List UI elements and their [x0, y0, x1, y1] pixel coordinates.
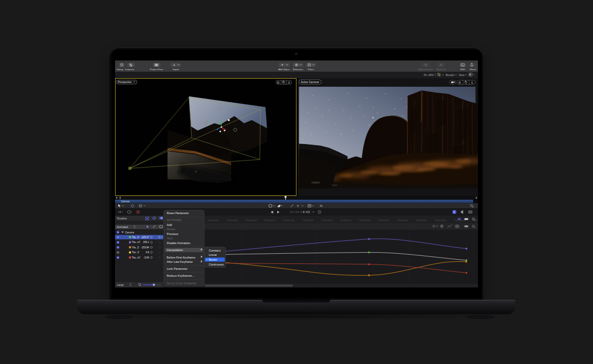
- svg-text:Before First Keyframe: Before First Keyframe: [167, 256, 196, 259]
- svg-text:-3.54: -3.54: [143, 256, 149, 259]
- svg-text:Fit: 44%: Fit: 44%: [424, 73, 434, 77]
- svg-text:00:00:02;45: 00:00:02;45: [379, 219, 390, 222]
- svg-text:Render: Render: [446, 73, 455, 77]
- svg-text:Tra...X: Tra...X: [132, 251, 139, 254]
- svg-text:Camera: Camera: [125, 231, 134, 234]
- svg-text:00:00:03;00: 00:00:03;00: [398, 219, 408, 222]
- svg-text:00:00:00;45: 00:00:00;45: [228, 219, 238, 222]
- svg-text:00:00:02;15: 00:00:02;15: [341, 219, 352, 222]
- svg-text:KEYFRAMES: KEYFRAMES: [167, 219, 182, 222]
- svg-text:Tra...X: Tra...X: [132, 236, 139, 239]
- svg-text:Tra...nY: Tra...nY: [132, 256, 141, 259]
- svg-text:After Last Keyframe: After Last Keyframe: [167, 260, 193, 263]
- svg-text:Tra...nY: Tra...nY: [132, 241, 141, 244]
- svg-text:Inspector: Inspector: [125, 68, 135, 71]
- svg-text:Continuous: Continuous: [209, 263, 224, 266]
- svg-text:Set to Curve Snapshot: Set to Curve Snapshot: [167, 282, 197, 285]
- svg-text:Constant: Constant: [209, 249, 221, 252]
- svg-text:Reduce Keyframes...: Reduce Keyframes...: [167, 274, 195, 277]
- svg-text:Disable Animation: Disable Animation: [167, 241, 191, 245]
- svg-text:4:42: 4:42: [303, 210, 310, 214]
- svg-text:Reset Parameter: Reset Parameter: [167, 211, 189, 215]
- svg-text:Camera: Camera: [121, 200, 130, 203]
- svg-text:Project Pane: Project Pane: [150, 68, 163, 71]
- svg-text:-153.84: -153.84: [141, 246, 149, 249]
- svg-text:Timeline: Timeline: [117, 217, 127, 220]
- svg-text:4.8: 4.8: [146, 251, 149, 254]
- svg-text:00:00:00;30: 00:00:00;30: [209, 219, 219, 222]
- svg-text:Linear: Linear: [209, 253, 217, 256]
- svg-text:00:00:02;00: 00:00:02;00: [323, 219, 333, 222]
- svg-text:Library: Library: [117, 68, 124, 71]
- svg-text:Replicate: Replicate: [436, 68, 446, 71]
- svg-text:Perspective: Perspective: [118, 80, 132, 84]
- svg-text:00:00:02;30: 00:00:02;30: [361, 219, 371, 222]
- svg-text:Behaviors: Behaviors: [293, 68, 303, 71]
- svg-text:T: T: [297, 204, 299, 208]
- svg-text:Tra...Z: Tra...Z: [132, 246, 139, 249]
- svg-text:156.1: 156.1: [143, 241, 149, 244]
- svg-text:00:00:03;30: 00:00:03;30: [436, 219, 446, 222]
- svg-text:Filters: Filters: [308, 68, 314, 71]
- svg-text:00:00:01;00: 00:00:01;00: [247, 219, 257, 222]
- svg-text:Add: Add: [167, 223, 172, 226]
- svg-text:00:00:03;15: 00:00:03;15: [417, 219, 428, 222]
- svg-text:Animated: Animated: [117, 225, 128, 229]
- svg-text:Make Particles: Make Particles: [419, 68, 434, 71]
- svg-text:00:00:01;30: 00:00:01;30: [285, 219, 295, 222]
- svg-text:Active Camera: Active Camera: [301, 80, 318, 84]
- svg-text:Import: Import: [172, 68, 179, 71]
- svg-text:00:00:01;15: 00:00:01;15: [265, 219, 276, 222]
- svg-text:00:00:01;45: 00:00:01;45: [303, 219, 314, 222]
- svg-text:Share: Share: [470, 68, 476, 71]
- svg-text:-123.17: -123.17: [141, 236, 149, 239]
- svg-text:View: View: [459, 73, 465, 77]
- svg-text:Previous: Previous: [167, 232, 179, 236]
- svg-text:Bezier: Bezier: [209, 258, 217, 261]
- svg-text:Add Object: Add Object: [278, 68, 290, 71]
- svg-text:Large: Large: [117, 283, 124, 286]
- svg-text:Next: Next: [167, 237, 173, 240]
- svg-text:Lock Parameter: Lock Parameter: [167, 267, 188, 270]
- svg-text:Interpolation: Interpolation: [167, 248, 183, 252]
- svg-text:00:00:0: 00:00:0: [290, 210, 303, 214]
- svg-text:HUD: HUD: [460, 68, 465, 71]
- svg-text:Delete: Delete: [167, 228, 176, 231]
